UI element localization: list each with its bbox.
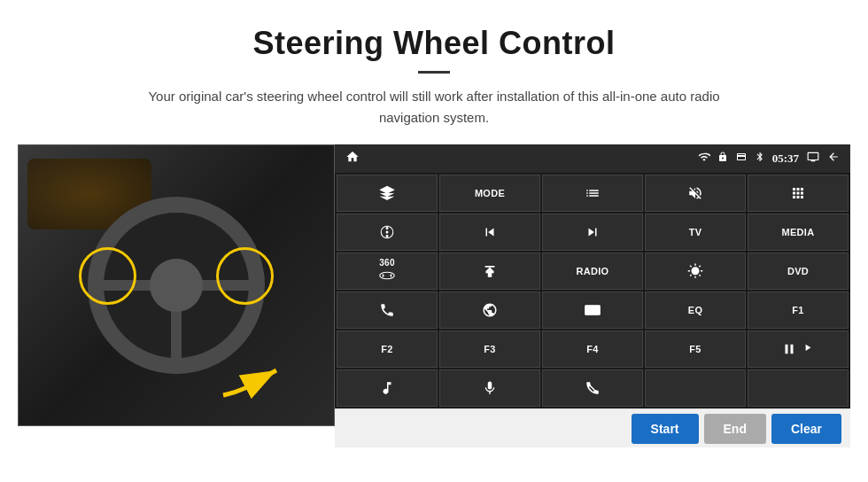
svg-rect-4 bbox=[585, 306, 601, 315]
status-time: 05:37 bbox=[772, 152, 799, 166]
btn-next[interactable] bbox=[542, 214, 643, 251]
btn-empty2 bbox=[748, 369, 849, 407]
bottom-bar: Start End Clear bbox=[335, 408, 850, 447]
arrow-indicator bbox=[219, 360, 290, 408]
page-wrapper: Steering Wheel Control Your original car… bbox=[0, 0, 868, 447]
btn-nav[interactable] bbox=[337, 175, 438, 212]
btn-globe[interactable] bbox=[439, 292, 540, 329]
btn-list[interactable] bbox=[542, 175, 643, 212]
title-divider bbox=[418, 71, 450, 74]
btn-dvd[interactable]: DVD bbox=[748, 253, 849, 290]
header-section: Steering Wheel Control Your original car… bbox=[0, 0, 868, 144]
btn-f1[interactable]: F1 bbox=[748, 292, 849, 329]
back-icon bbox=[827, 151, 840, 167]
clear-button[interactable]: Clear bbox=[771, 414, 841, 444]
steering-bg bbox=[19, 145, 334, 425]
btn-brightness[interactable] bbox=[645, 253, 746, 290]
btn-media[interactable]: MEDIA bbox=[748, 214, 849, 251]
subtitle-text: Your original car's steering wheel contr… bbox=[133, 86, 735, 128]
monitor-icon bbox=[806, 151, 820, 167]
btn-apps[interactable] bbox=[748, 175, 849, 212]
btn-prev[interactable] bbox=[439, 214, 540, 251]
btn-f5[interactable]: F5 bbox=[645, 330, 746, 368]
wifi-icon bbox=[698, 151, 710, 167]
wheel-center bbox=[150, 259, 203, 312]
content-area: 05:37 MODE bbox=[0, 144, 868, 447]
card-icon bbox=[735, 152, 748, 166]
btn-empty1 bbox=[645, 369, 746, 407]
btn-radio[interactable]: RADIO bbox=[542, 253, 643, 290]
btn-tv[interactable]: TV bbox=[645, 214, 746, 251]
control-panel: 05:37 MODE bbox=[335, 144, 850, 447]
highlight-circle-left bbox=[79, 247, 136, 305]
button-grid: MODE bbox=[335, 173, 850, 408]
btn-hangup[interactable] bbox=[542, 369, 643, 407]
btn-music[interactable] bbox=[337, 369, 438, 407]
page-title: Steering Wheel Control bbox=[53, 25, 815, 62]
status-bar-right: 05:37 bbox=[698, 151, 840, 167]
btn-screen[interactable] bbox=[542, 292, 643, 329]
btn-f4[interactable]: F4 bbox=[542, 330, 643, 368]
status-bar-left bbox=[345, 150, 360, 167]
btn-phone[interactable] bbox=[337, 292, 438, 329]
start-button[interactable]: Start bbox=[632, 414, 699, 444]
btn-f3[interactable]: F3 bbox=[439, 330, 540, 368]
bluetooth-icon bbox=[755, 151, 765, 167]
btn-eq[interactable]: EQ bbox=[645, 292, 746, 329]
btn-f2[interactable]: F2 bbox=[337, 330, 438, 368]
steering-wheel-image bbox=[18, 144, 335, 426]
highlight-circle-right bbox=[216, 247, 274, 305]
btn-settings[interactable] bbox=[337, 214, 438, 251]
end-button[interactable]: End bbox=[704, 414, 766, 444]
btn-mic[interactable] bbox=[439, 369, 540, 407]
btn-mute[interactable] bbox=[645, 175, 746, 212]
status-bar: 05:37 bbox=[335, 144, 850, 173]
btn-eject[interactable] bbox=[439, 253, 540, 290]
lock-icon bbox=[717, 152, 728, 166]
svg-point-3 bbox=[380, 272, 395, 279]
home-status-icon bbox=[345, 150, 360, 167]
btn-360[interactable]: 360 bbox=[337, 253, 438, 290]
btn-playpause[interactable] bbox=[748, 330, 849, 368]
btn-mode[interactable]: MODE bbox=[439, 175, 540, 212]
